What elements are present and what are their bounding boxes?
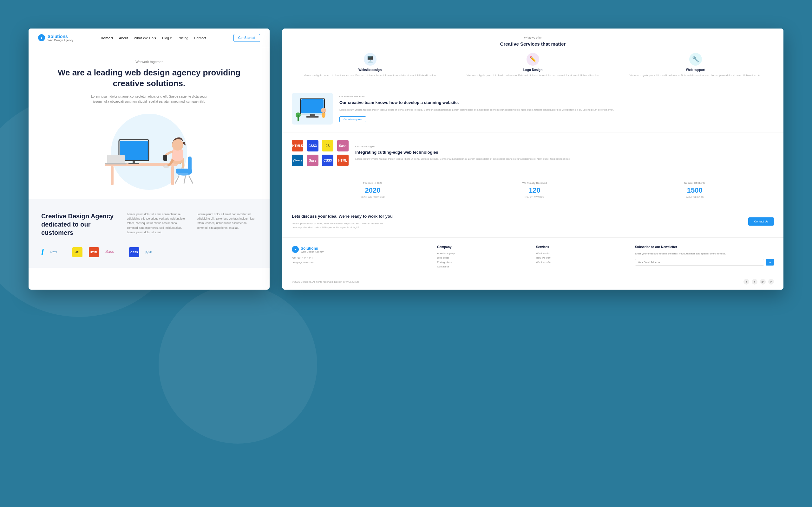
mission-text: Lorem ipsum viverra feugiat. Pellen tesq…	[339, 108, 774, 112]
social-linkedin[interactable]: in	[768, 279, 774, 285]
services-section: What we offer Creative Services that mat…	[282, 29, 783, 85]
hero-title: We are a leading web design agency provi…	[48, 67, 251, 89]
brand-name: Solutions	[48, 34, 68, 39]
bottom-content-row: Creative Design Agency dedicated to our …	[41, 212, 257, 243]
cta-section: Lets discuss your Idea, We're ready to w…	[282, 206, 783, 237]
tech-logo-html: HTML	[89, 247, 99, 257]
tech-icon-html: HTML5	[292, 140, 303, 152]
stats-section: Founded In 2020 2020 YEAR WE FOUNDED We …	[282, 174, 783, 206]
stat-awards: We Proudly Received 120 NO. OF AWARDS	[522, 181, 547, 198]
nav-about[interactable]: About	[119, 36, 128, 40]
svg-rect-31	[310, 114, 315, 117]
service-icon-3: 🔧	[689, 53, 702, 66]
cta-title: Lets discuss your Idea, We're ready to w…	[292, 214, 393, 219]
contact-button[interactable]: Contact Us	[748, 217, 774, 226]
nav-contact[interactable]: Contact	[194, 36, 206, 40]
nav-pricing[interactable]: Pricing	[177, 36, 189, 40]
newsletter-input-row: →	[635, 259, 774, 266]
service-icon-1: 🖥️	[364, 53, 376, 66]
tech-icons-grid: HTML5 CSS3 JS Sass jQuery Sass CSS3 HTML	[292, 140, 349, 166]
tech-icon-jquery: jQuery	[292, 155, 303, 166]
services-label: What we offer	[292, 36, 774, 39]
hero-section: We work together We are a leading web de…	[29, 47, 270, 199]
stat-founded-number: 2020	[361, 186, 385, 194]
svg-text:jQuery: jQuery	[50, 250, 57, 253]
svg-text:Sass: Sass	[105, 249, 114, 253]
services-title: Creative Services that matter	[292, 41, 774, 47]
tech-logo-js: JS	[72, 247, 83, 257]
stat-founded-sublabel: YEAR WE FOUNDED	[361, 196, 385, 198]
logo-icon: ●	[38, 34, 45, 41]
mission-title: Our creative team knows how to develop a…	[339, 100, 774, 106]
logo-area: ● Solutions Web Design Agency	[38, 34, 73, 42]
stat-awards-sublabel: NO. OF AWARDS	[522, 196, 547, 198]
svg-point-14	[163, 165, 169, 168]
hero-description: Lorem ipsum dolor sit amet consectetur a…	[89, 94, 209, 104]
footer-link-about[interactable]: About company	[437, 252, 530, 255]
footer-link-what-we-offer[interactable]: What we offer	[536, 261, 629, 264]
footer-newsletter-text: Enter your email and receive the latest …	[635, 252, 774, 256]
footer-brand-tagline: Web Design Agency	[301, 250, 323, 253]
footer-link-what-we-do[interactable]: What we do	[536, 252, 629, 255]
nav-blog[interactable]: Blog ▾	[162, 36, 172, 40]
social-twitter[interactable]: t	[752, 279, 757, 285]
social-icons: f t g+ in	[744, 279, 774, 285]
mission-svg	[292, 93, 333, 124]
footer-contact: +27 (10) 444-4444 design@gmail.com	[292, 256, 431, 265]
mission-label: Our mission and vision	[339, 95, 774, 98]
quote-button[interactable]: Get a free quote	[339, 116, 366, 122]
mission-image	[292, 93, 333, 124]
service-card-2: ✏️ Logo Design Vivamus a ligula quam. Ut…	[455, 53, 611, 77]
service-name-1: Website design	[292, 68, 448, 72]
bottom-text-col-2: Lorem ipsum dolor sit amet consectetur s…	[197, 212, 257, 243]
tech-title: Integrating cutting-edge web technologie…	[355, 150, 774, 155]
footer-logo-icon: ●	[292, 246, 299, 253]
footer-company-title: Company	[437, 245, 530, 249]
svg-rect-2	[111, 166, 113, 185]
footer-services-col: Services What we do How we work What we …	[536, 245, 629, 270]
svg-rect-18	[163, 155, 167, 161]
tech-icon-css3: CSS3	[322, 155, 334, 166]
footer-link-contact[interactable]: Contact us	[437, 265, 530, 268]
get-started-button[interactable]: Get Started	[234, 34, 260, 42]
footer-link-pricing[interactable]: Pricing plans	[437, 261, 530, 264]
svg-rect-21	[188, 157, 192, 174]
tech-logos-row: i jQuery JS HTML Sass	[41, 246, 257, 258]
service-name-2: Logo Design	[455, 68, 611, 72]
brand-tagline: Web Design Agency	[48, 39, 73, 42]
stat-awards-label: We Proudly Received	[522, 181, 547, 184]
nav-home[interactable]: Home ▾	[101, 36, 113, 40]
newsletter-email-input[interactable]	[635, 259, 764, 266]
footer-phone: +27 (10) 444-4444	[292, 256, 431, 260]
stat-clients: Number Of Clients 1500 DAILY CLIENTS	[684, 181, 705, 198]
cta-text: Lets discuss your Idea, We're ready to w…	[292, 214, 393, 229]
service-desc-1: Vivamus a ligula quam. Ut blandit eu leo…	[292, 73, 448, 77]
social-facebook[interactable]: f	[744, 279, 749, 285]
social-googleplus[interactable]: g+	[760, 279, 766, 285]
bottom-text-col-1: Lorem ipsum dolor sit amet consectetur s…	[127, 212, 187, 243]
svg-rect-5	[129, 163, 139, 164]
svg-rect-35	[298, 115, 299, 121]
footer-link-how-we-work[interactable]: How we work	[536, 257, 629, 259]
logo-text: Solutions Web Design Agency	[48, 34, 73, 42]
navigation: ● Solutions Web Design Agency Home ▾ Abo…	[29, 29, 270, 47]
hero-svg	[86, 111, 212, 193]
tech-section: HTML5 CSS3 JS Sass jQuery Sass CSS3 HTML…	[282, 132, 783, 174]
service-card-3: 🔧 Web support Vivamus a ligula quam. Ut …	[618, 53, 774, 77]
footer-grid: ● Solutions Web Design Agency +27 (10) 4…	[292, 245, 774, 270]
hero-illustration	[48, 111, 251, 193]
stat-clients-label: Number Of Clients	[684, 181, 705, 184]
tech-icon-js: JS	[322, 140, 334, 152]
stat-awards-number: 120	[522, 186, 547, 194]
footer-email: design@gmail.com	[292, 261, 431, 265]
footer-company-links: About company Blog posts Pricing plans C…	[437, 252, 530, 268]
tech-logo-jque: jQue	[146, 247, 161, 258]
svg-line-23	[184, 176, 186, 183]
svg-rect-9	[105, 163, 126, 164]
footer-link-blog[interactable]: Blog posts	[437, 257, 530, 259]
footer: ● Solutions Web Design Agency +27 (10) 4…	[282, 237, 783, 290]
nav-what-we-do[interactable]: What We Do ▾	[134, 36, 156, 40]
newsletter-submit-button[interactable]: →	[766, 259, 774, 266]
tech-logo-css3: CSS3	[129, 247, 139, 257]
service-card-1: 🖥️ Website design Vivamus a ligula quam.…	[292, 53, 448, 77]
